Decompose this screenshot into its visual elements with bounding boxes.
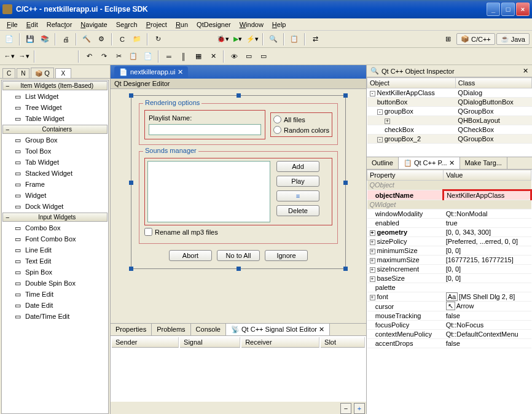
add-button[interactable]: Add [276, 161, 319, 172]
tree-item[interactable]: ▭Line Edit [2, 244, 108, 256]
prop-row[interactable]: windowModalityQt::NonModal [367, 209, 531, 219]
tree-item[interactable]: ▭Tool Box [2, 146, 108, 157]
tree-item[interactable]: ▭Tree Widget [2, 102, 108, 113]
newfolder-button[interactable]: 📁 [130, 33, 144, 46]
prop-row[interactable]: +sizePolicy[Preferred, ...erred, 0, 0] [367, 237, 531, 246]
prop-row[interactable]: +sizeIncrement[0, 0] [367, 265, 531, 274]
save-button[interactable]: 💾 [23, 33, 37, 46]
spacer-button[interactable]: ≡ [276, 190, 319, 201]
tree-item[interactable]: ▭Table Widget [2, 113, 108, 124]
menu-qtdesigner[interactable]: QtDesigner [192, 20, 235, 29]
inspector-row[interactable]: +QHBoxLayout [367, 116, 532, 125]
tree-item[interactable]: ▭Group Box [2, 135, 108, 146]
tab-make-targets[interactable]: Make Targ... [460, 157, 507, 169]
prop-row[interactable]: +minimumSize[0, 0] [367, 246, 531, 256]
tree-item[interactable]: ▭Stacked Widget [2, 168, 108, 179]
tab-console[interactable]: Console [191, 324, 226, 335]
col-slot[interactable]: Slot [321, 337, 365, 348]
tab-problems[interactable]: Problems [152, 324, 190, 335]
debug-button[interactable]: 🐞▾ [216, 33, 230, 46]
col-sender[interactable]: Sender [112, 337, 179, 348]
col-receiver[interactable]: Receiver [241, 337, 319, 348]
perspective-java[interactable]: ☕ Java [496, 33, 530, 45]
playlist-input[interactable] [149, 124, 261, 135]
new-button[interactable]: 📄 [2, 33, 16, 46]
inspector-row[interactable]: checkBoxQCheckBox [367, 125, 532, 135]
print-button[interactable]: 🖨 [59, 33, 72, 46]
prop-row[interactable]: objectNameNextKillerAppClass [367, 190, 531, 200]
widget-tree[interactable]: −Item Widgets (Item-Based)▭List Widget▭T… [1, 80, 109, 414]
tree-item[interactable]: ▭Tab Widget [2, 157, 108, 168]
menu-edit[interactable]: Edit [22, 20, 42, 29]
sounds-groupbox[interactable]: Sounds manager Add Play ≡ Delete Rename … [139, 151, 338, 244]
play-button[interactable]: Play [276, 176, 319, 187]
preview-button[interactable]: 👁 [227, 50, 241, 63]
designer-canvas[interactable]: Rendering options Playlist Name: All fil… [111, 89, 366, 323]
buildall-button[interactable]: ⚙ [95, 33, 108, 46]
openresource-button[interactable]: 📋 [288, 33, 301, 46]
runlast-button[interactable]: ⚡▾ [246, 33, 259, 46]
remove-slot-button[interactable]: − [340, 403, 351, 414]
tree-section[interactable]: −Input Widgets [2, 213, 108, 222]
layout-break-button[interactable]: ✕ [206, 50, 220, 63]
prop-row[interactable]: cursor↖Arrow [367, 302, 531, 311]
prop-row[interactable]: focusPolicyQt::NoFocus [367, 321, 531, 330]
tree-section[interactable]: −Containers [2, 125, 108, 134]
inspector-row[interactable]: -groupBox_2QGroupBox [367, 135, 532, 144]
menu-run[interactable]: Run [171, 20, 192, 29]
inspector-row[interactable]: -NextKillerAppClassQDialog [367, 88, 532, 98]
layout-h-button[interactable]: ═ [162, 50, 176, 63]
col-signal[interactable]: Signal [180, 337, 240, 348]
mode1-button[interactable]: ▭ [242, 50, 256, 63]
inspector-row[interactable]: buttonBoxQDialogButtonBox [367, 98, 532, 107]
tree-item[interactable]: ▭Time Edit [2, 289, 108, 300]
menu-help[interactable]: Help [268, 20, 291, 29]
redo-button[interactable]: ↷ [97, 50, 111, 63]
layout-grid-button[interactable]: ▦ [192, 50, 205, 63]
menu-navigate[interactable]: Navigate [76, 20, 111, 29]
tab-properties[interactable]: Properties [111, 324, 152, 335]
build-button[interactable]: 🔨 [80, 33, 93, 46]
inspector-close-icon[interactable]: ✕ [523, 67, 528, 75]
ignore-button[interactable]: Ignore [265, 250, 308, 261]
undo-button[interactable]: ↶ [82, 50, 96, 63]
prop-row[interactable]: enabledtrue [367, 219, 531, 228]
tab-q[interactable]: 📦 Q [31, 68, 53, 78]
menu-search[interactable]: Search [112, 20, 142, 29]
tree-item[interactable]: ▭Date/Time Edit [2, 311, 108, 322]
abort-button[interactable]: Abort [169, 250, 212, 261]
menu-file[interactable]: File [2, 20, 22, 29]
prop-row[interactable]: +maximumSize[16777215, 16777215] [367, 256, 531, 265]
tree-item[interactable]: ▭Date Edit [2, 300, 108, 311]
prop-row[interactable]: contextMenuPolicyQt::DefaultContextMenu [367, 330, 531, 339]
tree-item[interactable]: ▭Combo Box [2, 222, 108, 233]
tree-item[interactable]: ▭Spin Box [2, 267, 108, 278]
tab-c[interactable]: C [2, 68, 15, 78]
perspective-cpp[interactable]: 📦 C/C++ [456, 33, 495, 45]
tree-item[interactable]: ▭Font Combo Box [2, 233, 108, 244]
tree-item[interactable]: ▭List Widget [2, 91, 108, 102]
tree-item[interactable]: ▭Widget [2, 190, 108, 201]
menu-window[interactable]: Window [235, 20, 268, 29]
tab-n[interactable]: N [17, 68, 29, 78]
rendering-groupbox[interactable]: Rendering options Playlist Name: All fil… [139, 103, 338, 145]
tab-signalslot[interactable]: 📡 Qt C++ Signal Slot Editor ✕ [226, 324, 330, 335]
prop-row[interactable]: palette [367, 283, 531, 292]
sounds-list[interactable] [147, 161, 270, 222]
fwd-button[interactable]: →▾ [17, 50, 31, 63]
cut-button[interactable]: ✂ [112, 50, 125, 63]
tab-outline[interactable]: Outline [367, 157, 399, 169]
menu-project[interactable]: Project [142, 20, 171, 29]
copy-button[interactable]: 📋 [127, 50, 140, 63]
minimize-button[interactable]: _ [487, 2, 500, 16]
prop-row[interactable]: accentDropsfalse [367, 339, 531, 348]
tree-section[interactable]: −Item Widgets (Item-Based) [2, 81, 108, 90]
file-tab[interactable]: 📄 nextkillerapp.ui ✕ [114, 66, 188, 78]
prop-row[interactable]: +fontAa[MS Shell Dlg 2, 8] [367, 292, 531, 302]
saveall-button[interactable]: 📚 [38, 33, 52, 46]
signal-slot-table[interactable]: Sender Signal Receiver Slot [111, 336, 366, 402]
prop-row[interactable]: +geometry[0, 0, 343, 300] [367, 228, 531, 237]
back-button[interactable]: ←▾ [2, 50, 16, 63]
delete-button[interactable]: Delete [276, 205, 319, 216]
close-button[interactable]: × [516, 2, 530, 16]
